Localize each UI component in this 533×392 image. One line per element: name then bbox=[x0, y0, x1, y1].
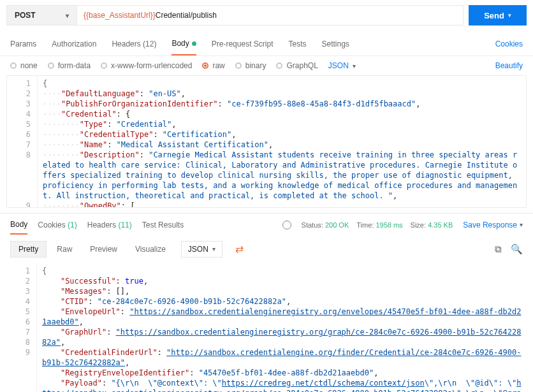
send-label: Send bbox=[484, 11, 504, 20]
copy-icon[interactable]: ⧉ bbox=[495, 243, 502, 255]
resp-tab-headers[interactable]: Headers (11) bbox=[87, 221, 132, 229]
radio-raw[interactable]: raw bbox=[202, 61, 224, 70]
tab-headers[interactable]: Headers (12) bbox=[112, 33, 156, 55]
line-gutter: 123456789 bbox=[6, 263, 37, 392]
code-content: { "Successful": true, "Messages": [], "C… bbox=[37, 263, 527, 392]
radio-binary[interactable]: binary bbox=[235, 61, 266, 70]
url-path: Credential/publish bbox=[156, 11, 217, 20]
response-meta: Status: 200 OK Time: 1958 ms Size: 4.35 … bbox=[302, 221, 453, 229]
body-format-dropdown[interactable]: JSON▾ bbox=[328, 61, 356, 70]
tab-prerequest[interactable]: Pre-request Script bbox=[212, 33, 274, 55]
tab-authorization[interactable]: Authorization bbox=[52, 33, 96, 55]
radio-none[interactable]: none bbox=[10, 61, 38, 70]
line-gutter: 123456789 bbox=[7, 76, 38, 207]
method-label: POST bbox=[15, 11, 36, 20]
response-format-dropdown[interactable]: JSON▾ bbox=[181, 241, 223, 258]
raw-button[interactable]: Raw bbox=[49, 242, 80, 257]
code-content: { ····"DefaultLanguage": "en-US", ····"P… bbox=[38, 76, 526, 207]
resp-tab-cookies[interactable]: Cookies (1) bbox=[38, 221, 77, 229]
request-body-editor[interactable]: 123456789 { ····"DefaultLanguage": "en-U… bbox=[6, 75, 527, 208]
tab-body[interactable]: Body bbox=[172, 33, 196, 55]
preview-button[interactable]: Preview bbox=[82, 242, 125, 257]
dot-icon bbox=[192, 41, 196, 46]
response-tabs-row: Body Cookies (1) Headers (11) Test Resul… bbox=[0, 213, 533, 235]
cookies-link[interactable]: Cookies bbox=[495, 40, 523, 48]
chevron-down-icon: ▾ bbox=[508, 12, 511, 18]
resp-tab-body[interactable]: Body bbox=[10, 220, 27, 235]
pretty-button[interactable]: Pretty bbox=[10, 241, 47, 258]
response-body-viewer[interactable]: 123456789 { "Successful": true, "Message… bbox=[6, 263, 527, 392]
chevron-down-icon: ▾ bbox=[520, 221, 523, 228]
radio-xwww[interactable]: x-www-form-urlencoded bbox=[101, 61, 192, 70]
url-variable: {{base_AssistantUrl}} bbox=[84, 11, 156, 20]
body-type-row: none form-data x-www-form-urlencoded raw… bbox=[0, 56, 533, 75]
radio-formdata[interactable]: form-data bbox=[48, 61, 91, 70]
globe-icon[interactable] bbox=[282, 221, 291, 229]
response-tools: Pretty Raw Preview Visualize JSON▾ ⇄ ⧉ 🔍 bbox=[0, 235, 533, 263]
resp-tab-testresults[interactable]: Test Results bbox=[142, 221, 184, 229]
radio-graphql[interactable]: GraphQL bbox=[276, 61, 318, 70]
save-response-button[interactable]: Save Response▾ bbox=[463, 221, 523, 229]
request-tabs: Params Authorization Headers (12) Body P… bbox=[0, 32, 533, 56]
beautify-link[interactable]: Beautify bbox=[495, 61, 523, 70]
chevron-down-icon: ▾ bbox=[212, 245, 215, 252]
tab-settings[interactable]: Settings bbox=[322, 33, 349, 55]
request-bar: POST ▾ {{base_AssistantUrl}}Credential/p… bbox=[0, 0, 533, 32]
send-button[interactable]: Send ▾ bbox=[469, 5, 527, 25]
url-input[interactable]: {{base_AssistantUrl}}Credential/publish bbox=[77, 5, 464, 25]
chevron-down-icon: ▾ bbox=[353, 62, 356, 69]
tab-params[interactable]: Params bbox=[10, 33, 36, 55]
chevron-down-icon: ▾ bbox=[66, 12, 69, 19]
visualize-button[interactable]: Visualize bbox=[128, 242, 173, 257]
search-icon[interactable]: 🔍 bbox=[511, 243, 523, 255]
wrap-lines-icon[interactable]: ⇄ bbox=[230, 240, 249, 258]
tab-tests[interactable]: Tests bbox=[288, 33, 306, 55]
method-select[interactable]: POST ▾ bbox=[6, 5, 77, 25]
